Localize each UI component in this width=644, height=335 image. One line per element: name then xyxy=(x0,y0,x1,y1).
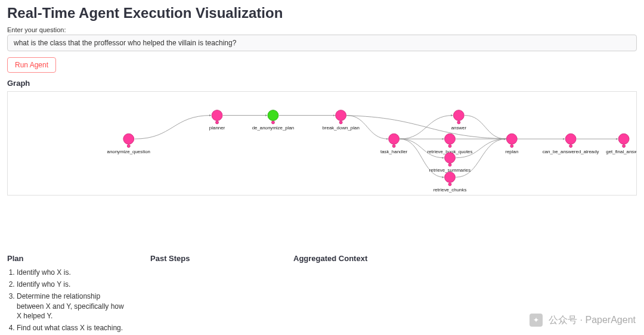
past-steps-title: Past Steps xyxy=(150,254,270,263)
svg-point-6 xyxy=(336,110,346,121)
svg-point-11 xyxy=(457,121,460,124)
node-task_handler[interactable]: task_handler xyxy=(380,134,408,154)
node-label: break_down_plan xyxy=(322,125,359,131)
svg-point-19 xyxy=(510,144,513,147)
svg-point-15 xyxy=(448,163,451,166)
node-de_anonymize_plan[interactable]: de_anonymize_plan xyxy=(252,110,295,131)
plan-title: Plan xyxy=(7,254,126,263)
node-planner[interactable]: planner xyxy=(209,110,225,131)
node-label: planner xyxy=(209,125,225,131)
node-replan[interactable]: replan xyxy=(505,134,518,154)
watermark: ✦ 公众号 · PaperAgent xyxy=(530,314,636,327)
node-can_be_answered_already[interactable]: can_be_answered_already xyxy=(543,134,599,154)
watermark-text: 公众号 · PaperAgent xyxy=(549,314,636,327)
plan-list: Identify who X is.Identify who Y is.Dete… xyxy=(7,268,126,333)
node-retrieve_book_quotes[interactable]: retrieve_book_quotes xyxy=(428,134,473,154)
plan-item: Identify who Y is. xyxy=(17,280,126,289)
node-retrieve_summaries[interactable]: retrieve_summaries xyxy=(429,153,470,173)
node-label: get_final_answer xyxy=(606,149,636,154)
plan-item: Find out what class X is teaching. xyxy=(17,323,126,333)
graph-edge xyxy=(135,116,212,139)
node-anonymize_question[interactable]: anonymize_question xyxy=(107,134,150,154)
svg-point-1 xyxy=(127,144,130,147)
wechat-icon: ✦ xyxy=(530,314,543,327)
node-break_down_plan[interactable]: break_down_plan xyxy=(322,110,359,131)
svg-point-8 xyxy=(389,134,400,144)
svg-point-22 xyxy=(618,134,629,144)
plan-column: Plan Identify who X is.Identify who Y is… xyxy=(7,254,126,335)
node-label: task_handler xyxy=(380,149,408,154)
svg-point-17 xyxy=(448,183,451,186)
node-label: replan xyxy=(505,149,518,154)
svg-point-16 xyxy=(445,172,456,182)
aggregated-context-column: Aggregated Context xyxy=(293,254,413,335)
svg-point-7 xyxy=(339,121,342,124)
svg-point-23 xyxy=(623,144,626,147)
node-label: de_anonymize_plan xyxy=(252,125,295,131)
graph-title: Graph xyxy=(0,77,644,90)
svg-point-20 xyxy=(565,134,576,144)
svg-point-2 xyxy=(212,110,222,121)
svg-point-0 xyxy=(123,134,134,144)
svg-point-21 xyxy=(569,144,572,147)
node-label: anonymize_question xyxy=(107,149,150,154)
node-answer[interactable]: answer xyxy=(451,110,467,131)
input-label: Enter your question: xyxy=(0,24,644,35)
past-steps-column: Past Steps xyxy=(150,254,270,335)
svg-point-5 xyxy=(271,121,274,124)
svg-point-9 xyxy=(392,144,395,147)
svg-point-4 xyxy=(268,110,278,121)
svg-point-13 xyxy=(448,144,451,147)
node-get_final_answer[interactable]: get_final_answer xyxy=(606,134,636,154)
node-label: retrieve_chunks xyxy=(434,187,467,193)
question-row xyxy=(7,35,637,51)
svg-point-12 xyxy=(445,134,456,144)
svg-point-18 xyxy=(506,134,517,144)
svg-point-14 xyxy=(445,153,456,163)
graph-edge xyxy=(335,116,518,139)
page-title: Real-Time Agent Execution Visualization xyxy=(0,0,644,24)
question-input[interactable] xyxy=(7,35,637,51)
node-label: can_be_answered_already xyxy=(543,149,599,154)
graph-edge xyxy=(465,116,506,139)
svg-point-10 xyxy=(453,110,464,121)
graph-canvas: anonymize_questionplannerde_anonymize_pl… xyxy=(8,92,636,195)
plan-item: Determine the relationship between X and… xyxy=(17,291,126,321)
svg-point-3 xyxy=(216,121,219,124)
run-agent-button[interactable]: Run Agent xyxy=(7,57,56,73)
graph-container[interactable]: anonymize_questionplannerde_anonymize_pl… xyxy=(7,91,637,196)
aggregated-context-title: Aggregated Context xyxy=(293,254,413,263)
node-label: answer xyxy=(451,125,467,131)
node-retrieve_chunks[interactable]: retrieve_chunks xyxy=(434,172,467,193)
plan-item: Identify who X is. xyxy=(17,268,126,277)
